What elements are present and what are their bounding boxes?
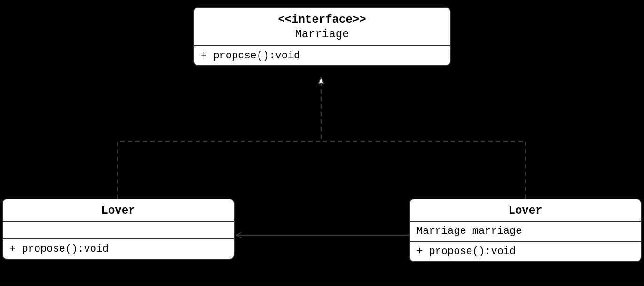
class-lover-right: Lover Marriage marriage + propose():void — [409, 199, 642, 262]
class-name: Lover — [101, 204, 135, 217]
class-header: Lover — [3, 199, 234, 222]
method-row: + propose():void — [3, 239, 234, 259]
class-header: Lover — [410, 199, 641, 222]
class-lover-left: Lover + propose():void — [2, 199, 235, 260]
class-marriage-interface: <<interface>> Marriage + propose():void — [193, 7, 451, 66]
method-row: + propose():void — [410, 242, 641, 261]
realization-left — [118, 77, 321, 199]
realization-right — [321, 141, 526, 199]
class-name: Lover — [508, 204, 542, 217]
class-name: Marriage — [200, 27, 444, 41]
stereotype-label: <<interface>> — [200, 12, 444, 27]
class-header: <<interface>> Marriage — [194, 8, 450, 46]
attribute-row: Marriage marriage — [410, 222, 641, 242]
method-row: + propose():void — [194, 46, 450, 65]
uml-diagram: <<interface>> Marriage + propose():void … — [0, 0, 644, 286]
attributes-empty — [3, 222, 234, 239]
